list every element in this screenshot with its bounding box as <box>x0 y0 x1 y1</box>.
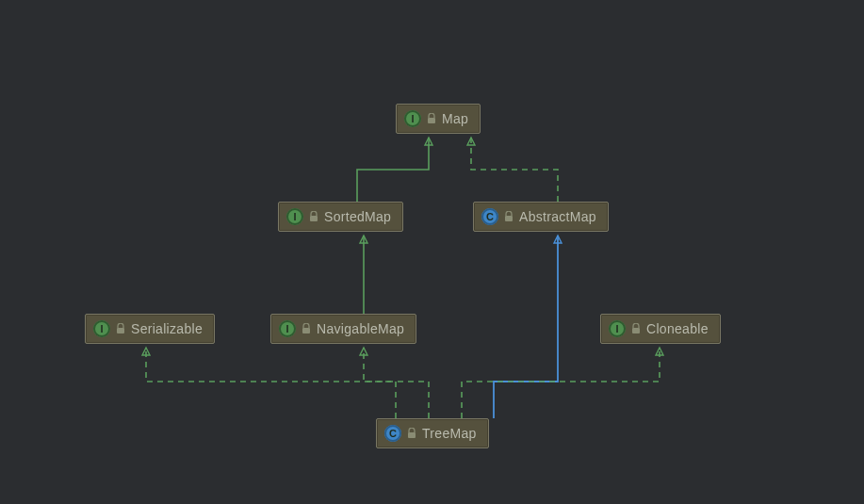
svg-rect-1 <box>310 216 318 221</box>
edge-treemap-serializable <box>146 348 396 418</box>
lock-icon <box>631 323 641 334</box>
node-label: Map <box>442 111 468 126</box>
svg-rect-5 <box>632 328 640 333</box>
node-label: NavigableMap <box>317 321 404 336</box>
edge-treemap-cloneable <box>462 348 660 418</box>
svg-rect-0 <box>428 118 435 123</box>
abstract-class-icon: C <box>481 208 498 225</box>
interface-icon: I <box>93 320 110 337</box>
edge-abstractmap-map <box>471 138 558 202</box>
diagram-canvas: I Map I SortedMap C AbstractMap I Serial… <box>0 0 864 504</box>
node-label: AbstractMap <box>519 209 596 224</box>
node-label: TreeMap <box>422 426 477 441</box>
interface-icon: I <box>286 208 303 225</box>
node-sortedmap[interactable]: I SortedMap <box>278 202 403 232</box>
lock-icon <box>116 323 125 334</box>
class-icon: C <box>384 425 401 442</box>
svg-rect-2 <box>505 216 513 221</box>
edge-treemap-navigablemap <box>364 348 429 418</box>
node-serializable[interactable]: I Serializable <box>85 314 215 344</box>
lock-icon <box>504 211 514 222</box>
lock-icon <box>302 323 311 334</box>
node-abstractmap[interactable]: C AbstractMap <box>473 202 609 232</box>
node-label: Serializable <box>131 321 203 336</box>
edge-treemap-abstractmap <box>494 236 558 418</box>
interface-icon: I <box>279 320 296 337</box>
node-label: Cloneable <box>646 321 709 336</box>
node-cloneable[interactable]: I Cloneable <box>600 314 721 344</box>
node-label: SortedMap <box>324 209 391 224</box>
edge-sortedmap-map <box>357 138 429 202</box>
interface-icon: I <box>404 110 421 127</box>
svg-rect-3 <box>117 328 124 333</box>
svg-rect-4 <box>302 328 310 333</box>
node-treemap[interactable]: C TreeMap <box>376 418 489 448</box>
svg-rect-6 <box>408 432 416 438</box>
lock-icon <box>407 428 416 439</box>
lock-icon <box>309 211 318 222</box>
interface-icon: I <box>609 320 626 337</box>
node-map[interactable]: I Map <box>396 104 481 134</box>
node-navigablemap[interactable]: I NavigableMap <box>270 314 416 344</box>
lock-icon <box>427 113 436 124</box>
